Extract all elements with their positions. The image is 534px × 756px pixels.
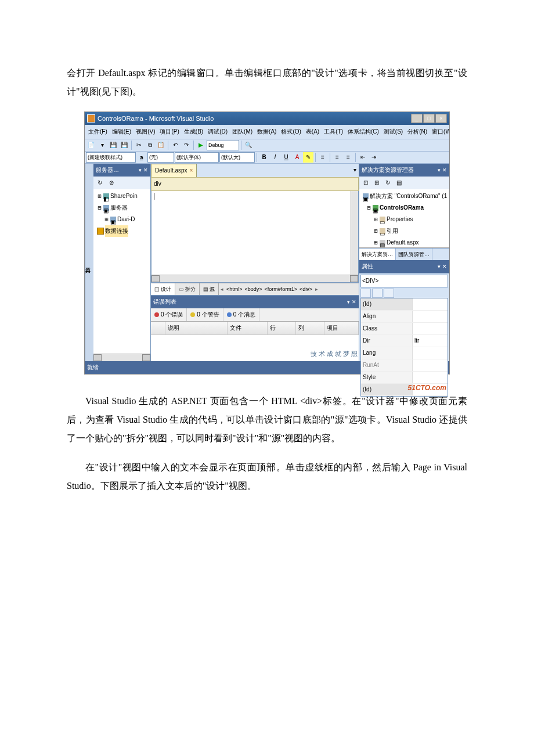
- server-tree[interactable]: ⊞◧SharePoin ⊟▣服务器 ⊞▣Davi-D 数据连接: [93, 189, 150, 354]
- props-az-icon[interactable]: [372, 289, 383, 298]
- find-icon[interactable]: 🔍: [243, 140, 254, 150]
- menu-project[interactable]: 项目(P): [157, 125, 181, 138]
- messages-tab[interactable]: 0 个消息: [223, 308, 259, 321]
- errorlist-close-icon[interactable]: ▾ ✕: [347, 297, 356, 307]
- save-icon[interactable]: 💾: [108, 140, 118, 150]
- menu-build[interactable]: 生成(B): [182, 125, 205, 138]
- tab-source[interactable]: ▤源: [200, 283, 219, 295]
- crumb-html[interactable]: <html>: [225, 284, 244, 294]
- sol-refresh-icon[interactable]: ↻: [383, 178, 393, 188]
- open-icon[interactable]: ▾: [97, 140, 107, 150]
- sol-props-icon[interactable]: ⊡: [360, 178, 371, 188]
- menu-data[interactable]: 数据(A): [255, 125, 279, 138]
- panel-pin-icon[interactable]: ▾ ✕: [139, 165, 148, 175]
- errorlist-title: 错误列表: [153, 296, 176, 308]
- new-project-icon[interactable]: 📄: [86, 140, 96, 150]
- app-icon: [87, 114, 95, 123]
- highlight-icon[interactable]: ✎: [303, 152, 313, 163]
- indent-icon[interactable]: ⇥: [369, 152, 379, 163]
- undo-icon[interactable]: ↶: [170, 140, 181, 150]
- config-select[interactable]: Debug: [207, 140, 239, 150]
- style-select[interactable]: (新建级联样式): [86, 152, 136, 163]
- size-select[interactable]: (默认大): [219, 152, 255, 163]
- menu-test[interactable]: 测试(S): [381, 125, 405, 138]
- menu-debug[interactable]: 调试(D): [205, 125, 230, 138]
- error-grid[interactable]: 说明 文件 行 列 项目 技 术 成 就 梦 想: [151, 322, 359, 361]
- props-page-icon[interactable]: [384, 289, 394, 298]
- cut-icon[interactable]: ✂: [134, 140, 144, 150]
- save-all-icon[interactable]: 💾: [119, 140, 129, 150]
- solution-close-icon[interactable]: ▾ ✕: [438, 165, 447, 175]
- tab-solution[interactable]: 解决方案资…: [359, 249, 396, 260]
- close-button[interactable]: ×: [435, 114, 447, 123]
- ul-icon[interactable]: ≡: [343, 152, 353, 163]
- intro-paragraph: 会打开 Default.aspx 标记的编辑窗口。单击编辑框口底部的"设计"选项…: [67, 64, 467, 101]
- solution-tree[interactable]: ▣解决方案 "ControlsORama" (1 ⊟▣ControlsORama…: [359, 189, 449, 247]
- minimize-button[interactable]: _: [411, 114, 423, 123]
- document-tab[interactable]: Default.aspx ×: [151, 164, 197, 177]
- sol-nest-icon[interactable]: ▤: [394, 178, 404, 188]
- props-object-select[interactable]: <DIV>: [360, 275, 448, 287]
- scroll-right-icon[interactable]: [142, 354, 150, 361]
- menu-format[interactable]: 格式(O): [279, 125, 303, 138]
- scroll-left-icon[interactable]: [93, 354, 102, 361]
- props-close-icon[interactable]: ▾ ✕: [438, 261, 447, 272]
- menu-bar: 文件(F) 编辑(E) 视图(V) 项目(P) 生成(B) 调试(D) 团队(M…: [85, 125, 449, 139]
- col-col[interactable]: 列: [296, 322, 324, 334]
- hscroll-right-icon[interactable]: [350, 275, 358, 282]
- crumb-div[interactable]: <div>: [298, 284, 313, 294]
- solution-title: 解决方案资源管理器: [362, 164, 414, 176]
- col-file[interactable]: 文件: [228, 322, 268, 334]
- align-icon[interactable]: ≡: [317, 152, 328, 163]
- menu-arch[interactable]: 体系结构(C): [345, 125, 381, 138]
- errors-tab[interactable]: 0 个错误: [151, 308, 187, 321]
- warnings-tab[interactable]: 0 个警告: [187, 308, 223, 321]
- props-cat-icon[interactable]: [360, 289, 371, 298]
- hscroll-left-icon[interactable]: [151, 275, 160, 282]
- underline-icon[interactable]: U: [281, 152, 291, 163]
- menu-edit[interactable]: 编辑(E): [110, 125, 134, 138]
- rule-select[interactable]: (无): [147, 152, 174, 163]
- props-grid[interactable]: (Id) Align Class Dirltr Lang RunAt Style…: [360, 298, 448, 397]
- menu-team[interactable]: 团队(M): [230, 125, 255, 138]
- run-icon[interactable]: ▶: [196, 140, 206, 150]
- refresh-icon[interactable]: ↻: [95, 178, 105, 188]
- format-toolbar: (新建级联样式) a̲ (无) (默认字体) (默认大) B I U A ✎ ≡…: [85, 152, 449, 164]
- col-proj[interactable]: 项目: [324, 322, 359, 334]
- outdent-icon[interactable]: ⇤: [358, 152, 368, 163]
- maximize-button[interactable]: □: [423, 114, 435, 123]
- css-icon[interactable]: a̲: [136, 152, 147, 163]
- paste-icon[interactable]: 📋: [156, 140, 166, 150]
- server-explorer-panel: 服务器… ▾ ✕ ↻ ⊘ ⊞◧SharePoin ⊟▣服务器 ⊞▣Davi-D …: [93, 164, 151, 361]
- main-toolbar: 📄 ▾ 💾 💾 ✂ ⧉ 📋 ↶ ↷ ▶ Debug 🔍: [85, 139, 449, 152]
- sol-showall-icon[interactable]: ⊞: [371, 178, 382, 188]
- vs-screenshot: ControlsORama - Microsoft Visual Studio …: [84, 111, 450, 375]
- col-desc[interactable]: 说明: [165, 322, 228, 334]
- menu-window[interactable]: 窗口(W): [430, 125, 449, 138]
- redo-icon[interactable]: ↷: [181, 140, 192, 150]
- fontcolor-icon[interactable]: A: [292, 152, 302, 163]
- design-surface[interactable]: [151, 191, 359, 283]
- title-bar: ControlsORama - Microsoft Visual Studio …: [85, 112, 449, 125]
- tab-team[interactable]: 团队资源管…: [396, 249, 432, 260]
- menu-tools[interactable]: 工具(T): [322, 125, 345, 138]
- toolbox-tab[interactable]: 工具箱: [85, 164, 93, 361]
- tab-design[interactable]: ◫设计: [151, 283, 175, 295]
- menu-view[interactable]: 视图(V): [134, 125, 157, 138]
- italic-icon[interactable]: I: [270, 152, 280, 163]
- bold-icon[interactable]: B: [259, 152, 269, 163]
- vscroll[interactable]: [351, 191, 358, 275]
- stop-icon[interactable]: ⊘: [106, 178, 117, 188]
- tab-list-icon[interactable]: ▾: [351, 164, 359, 177]
- close-tab-icon[interactable]: ×: [190, 165, 193, 177]
- copy-icon[interactable]: ⧉: [145, 140, 155, 150]
- menu-file[interactable]: 文件(F): [86, 125, 110, 138]
- menu-table[interactable]: 表(A): [304, 125, 322, 138]
- col-line[interactable]: 行: [268, 322, 296, 334]
- font-select[interactable]: (默认字体): [175, 152, 219, 163]
- menu-analyze[interactable]: 分析(N): [405, 125, 430, 138]
- crumb-form[interactable]: <form#form1>: [264, 284, 299, 294]
- crumb-body[interactable]: <body>: [244, 284, 264, 294]
- tab-split[interactable]: ▭拆分: [175, 283, 200, 295]
- ol-icon[interactable]: ≡: [332, 152, 342, 163]
